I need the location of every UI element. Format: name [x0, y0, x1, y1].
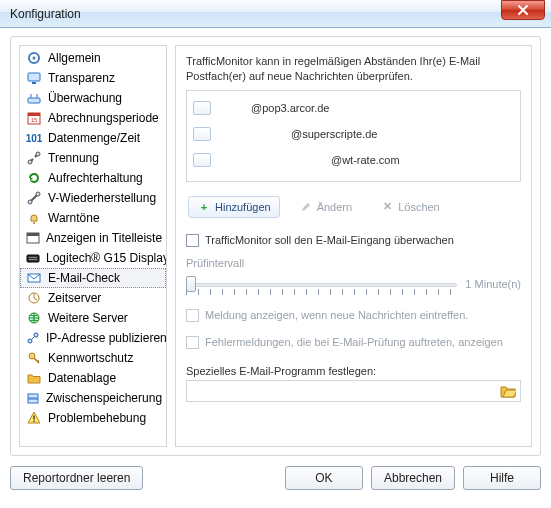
svg-point-22	[34, 333, 38, 337]
sidebar-item-label: Warntöne	[48, 211, 100, 225]
intro-text: TrafficMonitor kann in regelmäßigen Abst…	[186, 54, 521, 84]
main-frame: AllgemeinTransparenzÜberwachung15Abrechn…	[10, 36, 541, 456]
disconnect-icon	[26, 150, 42, 166]
sidebar-item--berwachung[interactable]: Überwachung	[20, 88, 166, 108]
sidebar-item-label: Allgemein	[48, 51, 101, 65]
svg-point-8	[28, 160, 32, 164]
svg-point-12	[33, 222, 35, 224]
notify-label: Meldung anzeigen, wenn neue Nachrichten …	[205, 309, 468, 321]
ok-button[interactable]: OK	[285, 466, 363, 490]
sidebar-item-label: Logitech® G15 Display	[46, 251, 167, 265]
sidebar-item-weitere-server[interactable]: Weitere Server	[20, 308, 166, 328]
errors-label: Fehlermeldungen, die bei E-Mail-Prüfung …	[205, 336, 503, 348]
sidebar-item-label: Trennung	[48, 151, 99, 165]
notify-checkbox-row[interactable]: Meldung anzeigen, wenn neue Nachrichten …	[186, 309, 521, 322]
checkbox-icon	[186, 309, 199, 322]
envelope-icon	[193, 153, 211, 167]
envelope-icon	[193, 127, 211, 141]
svg-point-9	[36, 152, 40, 156]
add-label: Hinzufügen	[215, 201, 271, 213]
sidebar-item-logitech-g15-display[interactable]: Logitech® G15 Display	[20, 248, 166, 268]
sidebar-item-label: Zeitserver	[48, 291, 101, 305]
sidebar-item-abrechnungsperiode[interactable]: 15Abrechnungsperiode	[20, 108, 166, 128]
close-icon	[517, 4, 529, 16]
email-account-row[interactable]: @pop3.arcor.de	[193, 95, 514, 121]
svg-rect-27	[33, 421, 34, 422]
sidebar-item-label: Abrechnungsperiode	[48, 111, 159, 125]
pencil-icon	[299, 200, 313, 214]
sidebar-item-datenmenge-zeit[interactable]: 101Datenmenge/Zeit	[20, 128, 166, 148]
email-account-row[interactable]: @wt-rate.com	[193, 147, 514, 173]
checkbox-icon	[186, 336, 199, 349]
calendar-icon: 15	[26, 110, 42, 126]
watch-checkbox-row[interactable]: TrafficMonitor soll den E-Mail-Eingang ü…	[186, 234, 521, 247]
folder-icon	[500, 384, 516, 398]
gear-icon	[26, 50, 42, 66]
sidebar-item-anzeigen-in-titelleiste[interactable]: Anzeigen in Titelleiste	[20, 228, 166, 248]
sidebar-item-label: Problembehebung	[48, 411, 146, 425]
email-account-row[interactable]: @superscripte.de	[193, 121, 514, 147]
sidebar-item-warnt-ne[interactable]: Warntöne	[20, 208, 166, 228]
email-account-list[interactable]: @pop3.arcor.de@superscripte.de@wt-rate.c…	[186, 90, 521, 182]
email-address: @wt-rate.com	[221, 154, 400, 166]
reconnect-icon	[26, 190, 42, 206]
folder-icon	[26, 370, 42, 386]
sidebar-item-datenablage[interactable]: Datenablage	[20, 368, 166, 388]
svg-point-21	[28, 339, 32, 343]
sidebar-item-label: Aufrechterhaltung	[48, 171, 143, 185]
errors-checkbox-row[interactable]: Fehlermeldungen, die bei E-Mail-Prüfung …	[186, 336, 521, 349]
sidebar-item-zwischenspeicherung[interactable]: Zwischenspeicherung	[20, 388, 166, 408]
checkbox-icon	[186, 234, 199, 247]
sidebar-item-trennung[interactable]: Trennung	[20, 148, 166, 168]
sidebar-item-ip-adresse-publizieren[interactable]: IP-Adresse publizieren	[20, 328, 166, 348]
envelope-icon	[193, 101, 211, 115]
sidebar-item-label: Weitere Server	[48, 311, 128, 325]
sidebar-item-allgemein[interactable]: Allgemein	[20, 48, 166, 68]
content-panel: TrafficMonitor kann in regelmäßigen Abst…	[175, 45, 532, 447]
sidebar-item-label: E-Mail-Check	[48, 271, 120, 285]
refresh-icon	[26, 170, 42, 186]
interval-slider[interactable]	[186, 273, 457, 295]
svg-point-10	[28, 200, 32, 204]
close-button[interactable]	[501, 0, 545, 20]
sidebar[interactable]: AllgemeinTransparenzÜberwachung15Abrechn…	[19, 45, 167, 447]
browse-button[interactable]	[500, 384, 516, 398]
sidebar-item-label: Überwachung	[48, 91, 122, 105]
sidebar-item-aufrechterhaltung[interactable]: Aufrechterhaltung	[20, 168, 166, 188]
svg-rect-4	[28, 98, 40, 103]
network-icon	[26, 330, 40, 346]
program-label: Spezielles E-Mail-Programm festlegen:	[186, 365, 521, 377]
svg-rect-17	[29, 259, 37, 260]
svg-rect-2	[28, 73, 40, 81]
email-address: @pop3.arcor.de	[221, 102, 329, 114]
watch-label: TrafficMonitor soll den E-Mail-Eingang ü…	[205, 234, 454, 246]
sidebar-item-e-mail-check[interactable]: E-Mail-Check	[20, 268, 166, 288]
interval-value: 1 Minute(n)	[465, 278, 521, 290]
sidebar-item-problembehebung[interactable]: Problembehebung	[20, 408, 166, 428]
svg-rect-16	[29, 257, 37, 258]
cancel-button[interactable]: Abbrechen	[371, 466, 455, 490]
add-button[interactable]: + Hinzufügen	[188, 196, 280, 218]
svg-rect-15	[27, 255, 39, 262]
sidebar-item-label: Transparenz	[48, 71, 115, 85]
drive-icon	[26, 390, 40, 406]
bell-icon	[26, 210, 42, 226]
sidebar-item-zeitserver[interactable]: Zeitserver	[20, 288, 166, 308]
svg-rect-3	[32, 82, 36, 84]
svg-rect-14	[27, 233, 39, 236]
delete-button[interactable]: ✕ Löschen	[371, 196, 449, 218]
clear-report-button[interactable]: Reportordner leeren	[10, 466, 143, 490]
help-button[interactable]: Hilfe	[463, 466, 541, 490]
plus-icon: +	[197, 200, 211, 214]
monitor-icon	[26, 70, 42, 86]
key-icon	[26, 350, 42, 366]
sidebar-item-transparenz[interactable]: Transparenz	[20, 68, 166, 88]
svg-rect-26	[33, 416, 34, 420]
sidebar-item-v-wiederherstellung[interactable]: V-Wiederherstellung	[20, 188, 166, 208]
program-input[interactable]	[191, 384, 496, 398]
globe-icon	[26, 310, 42, 326]
edit-button[interactable]: Ändern	[290, 196, 361, 218]
sidebar-item-kennwortschutz[interactable]: Kennwortschutz	[20, 348, 166, 368]
email-address: @superscripte.de	[221, 128, 377, 140]
sidebar-item-label: Anzeigen in Titelleiste	[46, 231, 162, 245]
